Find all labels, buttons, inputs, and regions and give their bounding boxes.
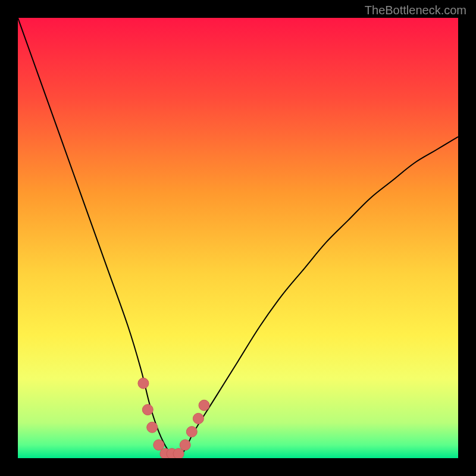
marker-point — [147, 422, 158, 433]
marker-point — [173, 449, 184, 458]
marker-point — [186, 427, 197, 437]
watermark-text: TheBottleneck.com — [365, 4, 466, 17]
chart-background — [18, 18, 458, 458]
marker-point — [199, 400, 209, 411]
marker-point — [138, 378, 149, 389]
marker-point — [193, 413, 203, 424]
marker-point — [154, 440, 164, 450]
chart-plot-area — [18, 18, 458, 458]
marker-point — [142, 405, 153, 415]
chart-svg — [18, 18, 458, 458]
marker-point — [180, 440, 190, 450]
